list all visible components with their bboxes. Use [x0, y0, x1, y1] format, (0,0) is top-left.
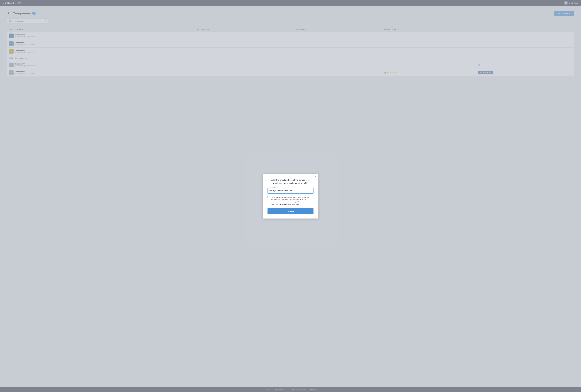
email-input[interactable] [268, 188, 314, 194]
modal-overlay: × Enter the email address of the company… [0, 0, 581, 392]
email-field-wrapper: Email address [268, 188, 314, 194]
modal-title: Enter the email address of the company f… [268, 178, 314, 185]
terms-checkbox[interactable] [268, 196, 270, 198]
terms-checkbox-row: By ticking this box and sending an invit… [268, 196, 314, 205]
terms-period: . [300, 203, 300, 205]
modal-dialog: × Enter the email address of the company… [263, 174, 318, 219]
submit-button[interactable]: SUBMIT [268, 208, 314, 214]
email-field-label: Email address [269, 187, 278, 188]
terms-text: By ticking this box and sending an invit… [271, 196, 314, 205]
administration-services-link[interactable]: Administration Services Terms [279, 203, 300, 205]
modal-close-button[interactable]: × [315, 175, 316, 178]
